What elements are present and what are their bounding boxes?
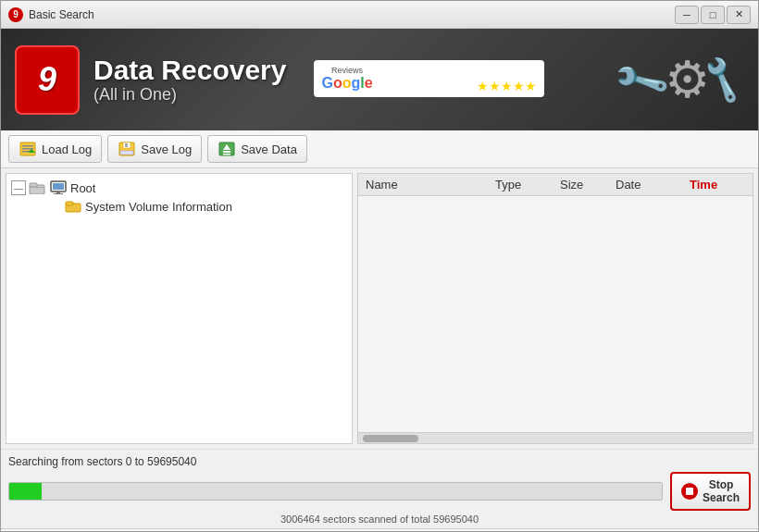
status-bar: i You can stop searching Files and Folde… [1,528,758,532]
svg-rect-15 [31,187,44,188]
tree-child-container: System Volume Information [11,197,347,216]
minimize-button[interactable]: ─ [675,6,699,24]
save-log-icon [118,141,136,157]
stop-search-label: StopSearch [703,478,740,504]
app-logo: 9 [15,45,80,115]
monitor-icon [49,180,68,195]
svg-rect-14 [30,183,37,187]
tree-expand-icon[interactable]: — [11,180,26,195]
app-title-main: Data Recovery [93,55,286,85]
svg-rect-1 [22,145,33,147]
window-title: Basic Search [29,8,675,21]
progress-row: StopSearch [8,472,751,511]
progress-fill [9,483,42,500]
wrench-icon: 🔧 [611,49,673,110]
tree-root-label: Root [70,181,95,195]
maximize-button[interactable]: □ [701,6,725,24]
load-log-icon [19,141,37,157]
app-icon: 9 [8,7,23,22]
freeware-line1: SUPPORT OUR FREEWARE [384,64,537,78]
window-controls: ─ □ ✕ [675,6,751,24]
svg-rect-21 [66,202,73,205]
tree-child-icon [64,199,82,214]
svg-rect-7 [125,143,128,147]
svg-rect-19 [54,193,63,194]
star-rating: ★★★★★ [477,79,537,93]
file-table-header: Name Type Size Date Time [358,174,753,196]
svg-rect-8 [120,151,133,155]
file-table-body [358,196,753,432]
tree-root-item[interactable]: — Root [11,179,347,197]
google-badge: Reviews Google SUPPORT OUR FREEWARE BY G… [314,60,543,96]
freeware-line2: BY GIVING STARS [384,79,473,93]
file-panel: Name Type Size Date Time [357,173,753,444]
header-center: Reviews Google SUPPORT OUR FREEWARE BY G… [314,60,543,98]
file-scrollbar[interactable] [358,432,753,443]
stop-square [686,488,693,495]
scrollbar-thumb[interactable] [363,435,418,442]
col-size: Size [560,178,616,192]
tree-panel[interactable]: — Root [6,173,353,444]
svg-rect-17 [53,183,64,190]
tree-root-icon [28,180,46,195]
title-bar: 9 Basic Search ─ □ ✕ [1,1,758,29]
tree-child-label: System Volume Information [85,200,232,214]
google-reviews-label: Reviews [331,66,363,75]
load-log-button[interactable]: Load Log [8,135,102,163]
col-name: Name [366,178,495,192]
progress-bar [8,482,663,501]
toolbar: Load Log Save Log Save Data [1,130,758,168]
stop-search-button[interactable]: StopSearch [670,472,751,511]
col-time: Time [690,178,745,192]
svg-rect-18 [56,192,60,193]
search-progress-label: Searching from sectors 0 to 59695040 [8,455,751,468]
save-data-icon [218,141,236,157]
main-content: — Root [1,168,758,449]
save-data-button[interactable]: Save Data [207,135,307,163]
save-log-label: Save Log [141,142,192,156]
close-button[interactable]: ✕ [727,6,751,24]
header-tools: 🔧 ⚙ 🔧 [618,50,744,109]
tree-child-item[interactable]: System Volume Information [48,197,347,216]
progress-area: Searching from sectors 0 to 59695040 Sto… [1,449,758,528]
col-date: Date [616,178,690,192]
sectors-scanned-label: 3006464 sectors scanned of total 5969504… [8,513,751,525]
tree-child-expand [48,199,61,214]
save-data-label: Save Data [241,142,297,156]
stop-icon [681,483,698,500]
google-logo: Google [321,75,372,92]
col-type: Type [495,178,560,192]
svg-rect-11 [223,151,230,153]
app-title-sub: (All in One) [93,85,286,105]
save-log-button[interactable]: Save Log [107,135,202,163]
header-title-block: Data Recovery (All in One) [93,55,286,105]
header-banner: 9 Data Recovery (All in One) Reviews Goo… [1,29,758,130]
load-log-label: Load Log [42,142,92,156]
svg-rect-12 [223,154,230,155]
